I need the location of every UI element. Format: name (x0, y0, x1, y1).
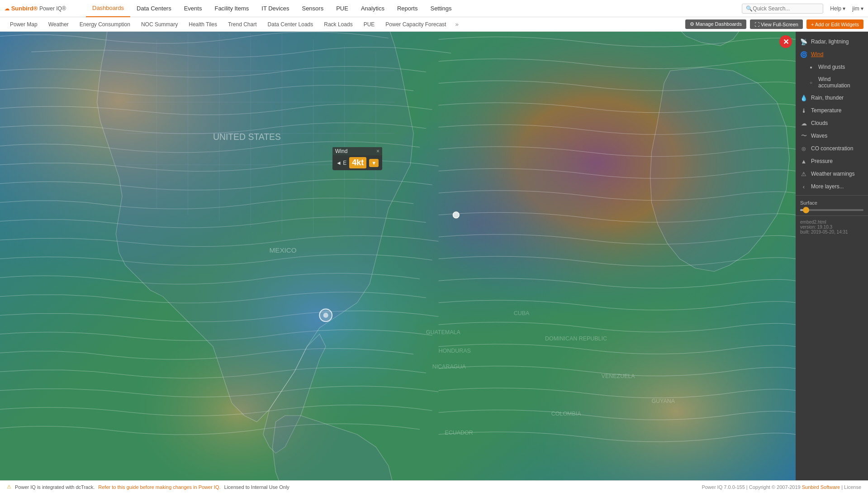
tab-power-capacity[interactable]: Power Capacity Forecast (380, 17, 451, 32)
logo-brand: ☁ Sunbird® Power IQ® (5, 5, 66, 12)
weather-map[interactable]: UNITED STATES MEXICO CANADA GUATEMALA HO… (0, 32, 796, 480)
svg-text:UNITED STATES: UNITED STATES (213, 132, 281, 142)
search-box[interactable]: 🔍 (742, 4, 823, 14)
main-content-area: UNITED STATES MEXICO CANADA GUATEMALA HO… (0, 32, 868, 480)
nav-item-settings[interactable]: Settings (424, 0, 458, 17)
layer-co-concentration-label: CO concentration (811, 145, 853, 152)
layer-more-layers-label: More layers... (811, 183, 844, 190)
svg-text:COLOMBIA: COLOMBIA (551, 411, 581, 417)
nav-item-reports[interactable]: Reports (391, 0, 424, 17)
svg-text:VENEZUELA: VENEZUELA (602, 373, 636, 379)
help-button[interactable]: Help ▾ (830, 5, 845, 12)
add-edit-widgets-button[interactable]: + Add or Edit Widgets (806, 19, 863, 29)
weather-warnings-icon: ⚠ (800, 170, 807, 177)
bottom-secondary-text: Licensed to Internal Use Only (224, 484, 289, 490)
manage-dashboards-button[interactable]: ⚙ Manage Dashboards (685, 19, 746, 29)
tabs-more-arrow[interactable]: » (451, 21, 462, 28)
layer-co-concentration[interactable]: ◎ CO concentration (796, 142, 868, 155)
license-link[interactable]: License (844, 484, 861, 490)
close-panel-button[interactable]: ✕ (779, 35, 792, 48)
wind-popup-close-button[interactable]: × (376, 148, 379, 154)
svg-text:ECUADOR: ECUADOR (445, 430, 473, 436)
nav-item-it-devices[interactable]: IT Devices (255, 0, 295, 17)
pressure-icon: ▲ (800, 158, 807, 165)
svg-text:GUATEMALA: GUATEMALA (426, 329, 461, 335)
layer-wind-gusts[interactable]: ● Wind gusts (796, 61, 868, 73)
layer-weather-warnings-label: Weather warnings (811, 171, 855, 177)
rain-thunder-icon: 💧 (800, 94, 807, 101)
layer-radar-lightning-label: Radar, lightning (811, 38, 849, 45)
wind-direction: ◄ E (336, 160, 346, 166)
version-build: built: 2019-05-20, 14:31 (800, 230, 863, 235)
search-input[interactable] (753, 5, 816, 12)
nav-item-pue[interactable]: PUE (330, 0, 355, 17)
bottom-separator: | (841, 484, 843, 490)
user-button[interactable]: jim ▾ (852, 5, 863, 12)
slider-track[interactable] (800, 209, 863, 211)
svg-text:HONDURAS: HONDURAS (439, 348, 471, 354)
layer-wind-accumulation-label: Wind accumulation (818, 76, 863, 89)
nav-item-analytics[interactable]: Analytics (355, 0, 391, 17)
clouds-icon: ☁ (800, 120, 807, 127)
layer-temperature-label: Temperature (811, 107, 841, 114)
tab-pue[interactable]: PUE (358, 17, 380, 32)
tab-trend-chart[interactable]: Trend Chart (223, 17, 262, 32)
layer-wind[interactable]: 🌀 Wind (796, 48, 868, 61)
more-layers-icon: ‹ (800, 183, 807, 190)
layer-clouds-label: Clouds (811, 120, 828, 126)
nav-item-events[interactable]: Events (178, 0, 209, 17)
nav-item-sensors[interactable]: Sensors (295, 0, 330, 17)
top-navigation: ☁ Sunbird® Power IQ® Dashboards Data Cen… (0, 0, 868, 17)
layer-waves[interactable]: 〜 Waves (796, 129, 868, 142)
svg-rect-4 (0, 32, 796, 480)
tab-health-tiles[interactable]: Health Tiles (183, 17, 223, 32)
wind-unit-dropdown[interactable]: ▼ (369, 159, 379, 167)
tab-energy-consumption[interactable]: Energy Consumption (74, 17, 136, 32)
svg-text:DOMINICAN REPUBLIC: DOMINICAN REPUBLIC (545, 335, 607, 342)
tab-power-map[interactable]: Power Map (5, 17, 43, 32)
layer-rain-thunder-label: Rain, thunder (811, 95, 844, 101)
tab-rack-loads[interactable]: Rack Loads (318, 17, 358, 32)
svg-point-31 (319, 309, 332, 322)
waves-icon: 〜 (800, 132, 807, 139)
layer-rain-thunder[interactable]: 💧 Rain, thunder (796, 91, 868, 104)
wind-info-popup: Wind × ◄ E 4kt ▼ (332, 147, 382, 170)
tab-data-center-loads[interactable]: Data Center Loads (262, 17, 319, 32)
sunbird-software-link[interactable]: Sunbird Software (802, 484, 840, 490)
version-number: version: 19.10.3 (800, 225, 863, 230)
nav-item-facility-items[interactable]: Facility Items (208, 0, 255, 17)
layer-radar-lightning[interactable]: 📡 Radar, lightning (796, 35, 868, 48)
logo-area: ☁ Sunbird® Power IQ® (5, 5, 77, 12)
layer-wind-label: Wind (811, 51, 823, 57)
dctrack-guide-link[interactable]: Refer to this guide before making change… (98, 484, 220, 490)
warning-icon: ⚠ (7, 484, 11, 490)
nav-item-dashboards[interactable]: Dashboards (86, 0, 130, 17)
view-fullscreen-button[interactable]: ⛶ View Full-Screen (750, 19, 803, 29)
svg-rect-2 (0, 32, 796, 480)
svg-text:GUYANA: GUYANA (651, 398, 675, 404)
tab-noc-summary[interactable]: NOC Summary (136, 17, 183, 32)
layer-clouds[interactable]: ☁ Clouds (796, 117, 868, 129)
wind-popup-title-text: Wind (335, 148, 347, 154)
layer-weather-warnings[interactable]: ⚠ Weather warnings (796, 168, 868, 180)
svg-rect-6 (0, 32, 796, 480)
tab-actions-area: ⚙ Manage Dashboards ⛶ View Full-Screen +… (685, 19, 863, 29)
tab-weather[interactable]: Weather (43, 17, 74, 32)
version-info: embed2.html version: 19.10.3 built: 2019… (796, 215, 868, 238)
layer-more-layers[interactable]: ‹ More layers... (796, 180, 868, 193)
layer-pressure[interactable]: ▲ Pressure (796, 155, 868, 168)
bottom-status-bar: ⚠ Power IQ is integrated with dcTrack. R… (0, 480, 868, 493)
radar-lightning-icon: 📡 (800, 38, 807, 45)
bottom-main-text: Power IQ is integrated with dcTrack. (15, 484, 95, 490)
wind-speed: 4kt (349, 157, 366, 168)
wind-popup-header: Wind × (332, 147, 382, 155)
layer-temperature[interactable]: 🌡 Temperature (796, 104, 868, 117)
svg-point-33 (453, 212, 459, 218)
search-icon: 🔍 (746, 5, 753, 12)
nav-item-data-centers[interactable]: Data Centers (130, 0, 178, 17)
tab-list: Power Map Weather Energy Consumption NOC… (5, 17, 685, 32)
layer-wind-accumulation[interactable]: ○ Wind accumulation (796, 73, 868, 91)
slider-thumb[interactable] (803, 207, 809, 213)
layers-panel: 📡 Radar, lightning 🌀 Wind ● Wind gusts ○… (796, 32, 868, 480)
secondary-navigation: Power Map Weather Energy Consumption NOC… (0, 17, 868, 32)
